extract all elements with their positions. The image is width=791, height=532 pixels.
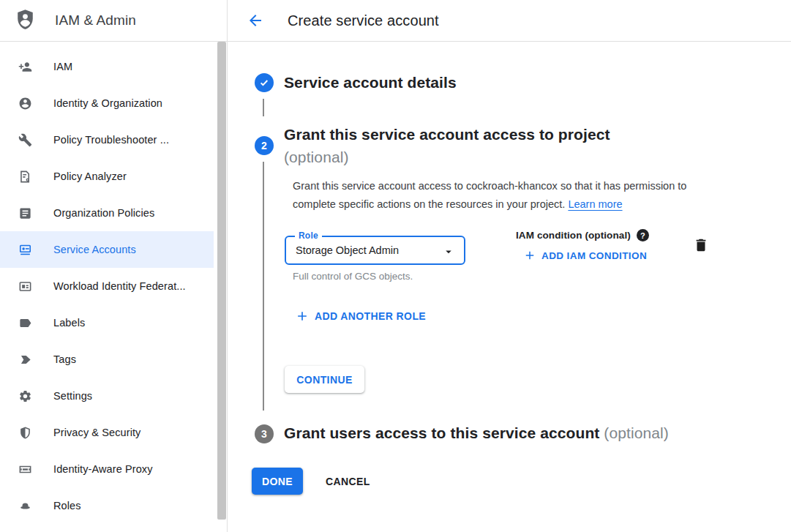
- sidebar: IAM Identity & Organization Policy Troub…: [0, 42, 227, 532]
- product-title: IAM & Admin: [55, 12, 136, 29]
- add-iam-condition-button[interactable]: ADD IAM CONDITION: [523, 249, 647, 262]
- sidebar-item-label: Labels: [53, 317, 85, 329]
- learn-more-link[interactable]: Learn more: [568, 198, 622, 210]
- stepper-connector: [263, 99, 264, 116]
- sidebar-item-organization-policies[interactable]: Organization Policies: [0, 195, 214, 231]
- plus-icon: [295, 309, 310, 323]
- done-button[interactable]: DONE: [252, 468, 303, 495]
- step3-title: Grant users access to this service accou…: [284, 424, 669, 442]
- step1-completed-check-icon: [255, 73, 274, 92]
- sidebar-item-service-accounts[interactable]: Service Accounts: [0, 231, 214, 268]
- service-account-icon: [18, 242, 32, 257]
- sidebar-nav: IAM Identity & Organization Policy Troub…: [0, 48, 214, 524]
- sidebar-item-label: Workload Identity Federat...: [53, 280, 186, 292]
- shield-half-icon: [18, 425, 32, 440]
- add-another-role-label: ADD ANOTHER ROLE: [315, 310, 426, 322]
- sidebar-item-label: Tags: [53, 353, 76, 365]
- sidebar-item-label: Privacy & Security: [53, 427, 140, 438]
- step3-optional-label: (optional): [604, 424, 669, 441]
- sidebar-item-label: Policy Troubleshooter ...: [53, 134, 169, 146]
- product-header: IAM & Admin: [0, 0, 227, 41]
- sidebar-item-policy-troubleshooter[interactable]: Policy Troubleshooter ...: [0, 121, 214, 158]
- add-another-role-button[interactable]: ADD ANOTHER ROLE: [295, 309, 426, 323]
- step2-number: 2: [261, 140, 267, 151]
- policy-analyzer-icon: [18, 169, 32, 184]
- wrench-icon: [18, 132, 32, 147]
- sidebar-item-label: Roles: [53, 500, 81, 512]
- sidebar-item-label: IAM: [53, 61, 72, 72]
- step2-optional-label: (optional): [284, 146, 694, 168]
- page-title: Create service account: [288, 12, 439, 29]
- sidebar-item-label: Identity & Organization: [53, 97, 162, 109]
- role-selected-value: Storage Object Admin: [296, 244, 399, 256]
- cancel-button[interactable]: CANCEL: [312, 468, 383, 495]
- label-icon: [18, 315, 32, 330]
- iam-condition-label: IAM condition (optional): [516, 230, 631, 241]
- page-header: Create service account: [227, 0, 791, 41]
- sidebar-item-roles[interactable]: Roles: [0, 487, 214, 524]
- gcp-console-window: IAM & Admin Create service account IAM I…: [0, 0, 791, 532]
- card-icon: [18, 279, 32, 293]
- iam-condition-header: IAM condition (optional) ?: [516, 229, 649, 241]
- proxy-icon: [18, 462, 32, 476]
- sidebar-scrollbar[interactable]: [217, 42, 226, 520]
- step3-title-text: Grant users access to this service accou…: [284, 424, 599, 441]
- back-arrow-icon[interactable]: [247, 12, 264, 29]
- step1-title: Service account details: [284, 74, 457, 91]
- main-content: Service account details 2 Grant this ser…: [228, 42, 791, 532]
- delete-role-trash-icon[interactable]: [692, 237, 710, 255]
- role-select[interactable]: Role Storage Object Admin: [285, 236, 465, 265]
- plus-icon: [523, 249, 536, 262]
- help-icon[interactable]: ?: [637, 229, 649, 241]
- role-field-label: Role: [295, 231, 322, 241]
- step2-title-text: Grant this service account access to pro…: [284, 126, 610, 143]
- continue-button[interactable]: CONTINUE: [285, 366, 364, 393]
- article-icon: [18, 206, 32, 220]
- gear-icon: [18, 389, 32, 403]
- sidebar-item-label: Settings: [53, 390, 92, 402]
- step2-title: Grant this service account access to pro…: [284, 123, 694, 168]
- top-header: IAM & Admin Create service account: [0, 0, 791, 42]
- sidebar-item-iam[interactable]: IAM: [0, 48, 214, 85]
- sidebar-item-workload-identity-federation[interactable]: Workload Identity Federat...: [0, 268, 214, 304]
- sidebar-item-label: Identity-Aware Proxy: [53, 463, 153, 475]
- stepper-connector: [263, 162, 264, 411]
- sidebar-item-privacy-security[interactable]: Privacy & Security: [0, 414, 214, 451]
- iam-admin-shield-icon: [15, 8, 36, 34]
- sidebar-item-label: Service Accounts: [53, 244, 136, 255]
- sidebar-item-settings[interactable]: Settings: [0, 378, 214, 414]
- tag-arrow-icon: [18, 352, 32, 367]
- sidebar-item-identity-organization[interactable]: Identity & Organization: [0, 85, 214, 121]
- dropdown-caret-icon: [442, 245, 455, 258]
- add-iam-condition-label: ADD IAM CONDITION: [541, 250, 647, 261]
- sidebar-item-policy-analyzer[interactable]: Policy Analyzer: [0, 158, 214, 195]
- hat-icon: [18, 498, 32, 513]
- sidebar-item-identity-aware-proxy[interactable]: Identity-Aware Proxy: [0, 451, 214, 487]
- sidebar-item-label: Organization Policies: [53, 207, 154, 219]
- step3-number: 3: [261, 428, 267, 440]
- role-helper-text: Full control of GCS objects.: [293, 271, 413, 282]
- account-circle-icon: [18, 96, 32, 110]
- step2-number-badge: 2: [255, 136, 274, 155]
- step3-number-badge: 3: [255, 424, 274, 443]
- sidebar-item-labels[interactable]: Labels: [0, 304, 214, 341]
- step2-description: Grant this service account access to coc…: [293, 177, 719, 214]
- step2-description-text: Grant this service account access to coc…: [293, 180, 686, 210]
- help-glyph: ?: [640, 231, 645, 240]
- sidebar-item-label: Policy Analyzer: [53, 171, 127, 182]
- person-add-icon: [18, 59, 32, 74]
- sidebar-item-tags[interactable]: Tags: [0, 341, 214, 378]
